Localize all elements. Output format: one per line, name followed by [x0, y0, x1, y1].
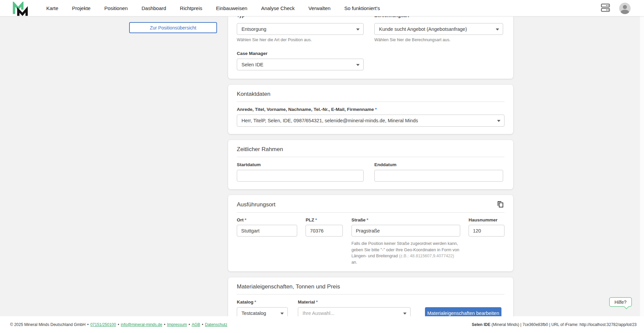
main-nav: Karte Projekte Positionen Dashboard Rich… — [46, 5, 380, 11]
kontaktdaten-card: Kontaktdaten Anrede, Titel, Vorname, Nac… — [228, 85, 513, 134]
plz-label: PLZ* — [306, 217, 343, 222]
katalog-label: Katalog* — [237, 299, 288, 305]
chevron-down-icon — [496, 28, 499, 30]
position-type-value: Entsorgung — [241, 26, 266, 32]
chevron-down-icon — [356, 28, 360, 30]
footer-session-info: Selen IDE (Mineral Minds) | 7ce360e83fb0… — [472, 322, 637, 327]
contact-label: Anrede, Titel, Vorname, Nachname, Tel.-N… — [237, 107, 504, 112]
help-button[interactable]: Hilfe? — [609, 297, 632, 307]
ausfuehrungsort-title: Ausführungsort — [237, 195, 275, 208]
session-details: (Mineral Minds) | 7ce360e83fb0 | URL of … — [490, 322, 637, 327]
enddatum-input[interactable] — [374, 170, 503, 182]
case-manager-select[interactable]: Selen IDE — [237, 59, 364, 70]
calculation-type-help: Wählen Sie hier die Berechnungsart aus. — [374, 38, 503, 42]
strasse-label: Straße* — [352, 217, 460, 222]
clipped-type-label: Typ * — [237, 16, 248, 18]
position-type-card: Typ * Berechnungsart * Entsorgung Wählen… — [228, 16, 513, 79]
required-asterisk: * — [245, 217, 246, 222]
footer-left: © 2025 Mineral Minds Deutschland GmbH•07… — [10, 322, 227, 327]
case-manager-label: Case Manager — [237, 51, 364, 56]
nav-item-verwalten[interactable]: Verwalten — [309, 5, 331, 11]
required-asterisk: * — [315, 217, 317, 222]
required-asterisk: * — [316, 299, 318, 305]
position-type-help: Wählen Sie hier die Art der Position aus… — [237, 38, 364, 42]
required-asterisk: * — [255, 299, 256, 305]
speech-bubble-tail — [624, 304, 629, 310]
material-placeholder: Ihre Auswahl... — [303, 311, 334, 316]
kontaktdaten-title: Kontaktdaten — [237, 85, 504, 97]
calculation-type-select[interactable]: Kunde sucht Angebot (Angebotsanfrage) — [374, 23, 503, 35]
copyright-text: © 2025 Mineral Minds Deutschland GmbH — [10, 322, 86, 327]
position-type-select[interactable]: Entsorgung — [237, 23, 364, 35]
ausfuehrungsort-card: Ausführungsort Ort* PLZ* Straße* Hausnum… — [228, 195, 513, 271]
nav-item-projekte[interactable]: Projekte — [72, 5, 91, 11]
nav-item-karte[interactable]: Karte — [46, 5, 58, 11]
zeitlicher-rahmen-title: Zeitlicher Rahmen — [237, 140, 504, 153]
startdatum-label: Startdatum — [237, 162, 364, 167]
nav-item-analyse-check[interactable]: Analyse Check — [261, 5, 294, 11]
phone-link[interactable]: 07151/250100 — [90, 322, 116, 327]
nav-item-dashboard[interactable]: Dashboard — [142, 5, 166, 11]
datenschutz-link[interactable]: Datenschutz — [205, 322, 227, 327]
nav-item-einbauweisen[interactable]: Einbauweisen — [216, 5, 247, 11]
divider — [237, 157, 504, 157]
strasse-input[interactable] — [352, 225, 460, 237]
zeitlicher-rahmen-card: Zeitlicher Rahmen Startdatum Enddatum — [228, 140, 513, 189]
help-label: Hilfe? — [614, 299, 627, 305]
hausnummer-label: Hausnummer — [469, 217, 504, 222]
calculation-type-value: Kunde sucht Angebot (Angebotsanfrage) — [379, 26, 467, 32]
strasse-helper: Falls die Position keiner Straße zugeord… — [352, 241, 460, 265]
required-asterisk: * — [367, 217, 368, 222]
user-avatar-icon[interactable] — [619, 3, 631, 14]
contact-value: Herr, TitelP, Selen, IDE, 0987/654321, s… — [241, 118, 418, 123]
copy-icon[interactable] — [496, 200, 504, 208]
divider — [237, 102, 504, 102]
server-rack-icon[interactable] — [600, 3, 610, 14]
hausnummer-input[interactable] — [469, 225, 504, 237]
scrollbar-track[interactable] — [640, 16, 644, 333]
back-to-positions-button[interactable]: Zur Positionsübersicht — [129, 22, 217, 33]
footer: © 2025 Mineral Minds Deutschland GmbH•07… — [0, 316, 644, 333]
ort-label: Ort* — [237, 217, 297, 222]
nav-item-so-funktionierts[interactable]: So funktioniert's — [344, 5, 380, 11]
session-user: Selen IDE — [472, 322, 490, 327]
geo-example: (z.B.: 48.8115607,9.4077422) — [399, 254, 454, 258]
case-manager-value: Selen IDE — [241, 62, 263, 67]
chevron-down-icon — [356, 64, 360, 66]
material-label: Material* — [298, 299, 411, 305]
divider — [237, 294, 504, 294]
enddatum-label: Enddatum — [374, 162, 503, 167]
contact-select[interactable]: Herr, TitelP, Selen, IDE, 0987/654321, s… — [237, 115, 504, 127]
agb-link[interactable]: AGB — [192, 322, 200, 327]
clipped-labels: Typ * Berechnungsart * — [237, 16, 504, 19]
chevron-down-icon — [403, 313, 407, 315]
startdatum-input[interactable] — [237, 170, 364, 182]
required-asterisk: * — [375, 107, 377, 112]
nav-item-richtpreis[interactable]: Richtpreis — [180, 5, 202, 11]
material-title: Materialeigenschaften, Tonnen und Preis — [237, 277, 504, 290]
ort-input[interactable] — [237, 225, 297, 237]
katalog-value: Testcatalog — [241, 311, 266, 316]
mineral-minds-logo-icon[interactable] — [12, 2, 29, 18]
chevron-down-icon — [280, 313, 284, 315]
impressum-link[interactable]: Impressum — [167, 322, 187, 327]
clipped-calc-label: Berechnungsart * — [374, 16, 412, 18]
nav-item-positionen[interactable]: Positionen — [104, 5, 128, 11]
email-link[interactable]: info@mineral-minds.de — [121, 322, 162, 327]
chevron-down-icon — [497, 120, 500, 122]
divider — [237, 212, 504, 213]
plz-input[interactable] — [306, 225, 343, 237]
top-navbar: Karte Projekte Positionen Dashboard Rich… — [0, 0, 644, 16]
